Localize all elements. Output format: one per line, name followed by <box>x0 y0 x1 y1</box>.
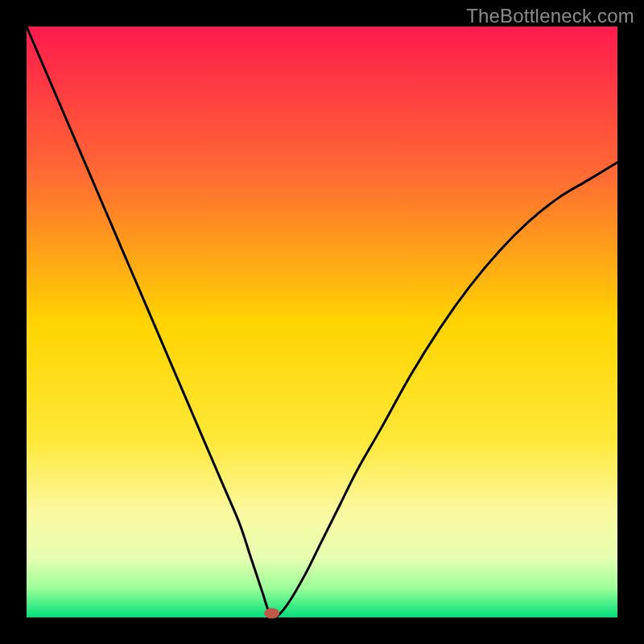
bottleneck-chart <box>0 0 644 644</box>
plot-background <box>27 27 617 617</box>
chart-frame: TheBottleneck.com <box>0 0 644 644</box>
min-point-marker <box>264 608 279 618</box>
watermark-text: TheBottleneck.com <box>466 5 634 27</box>
